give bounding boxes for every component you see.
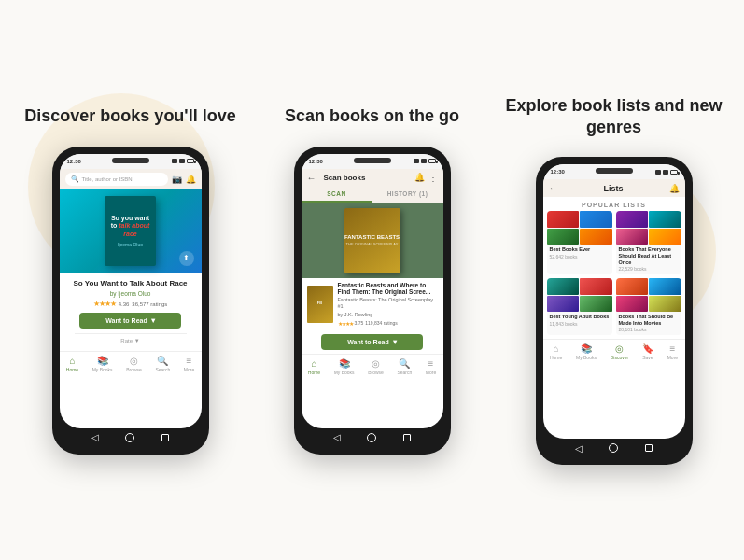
android-back-button-3[interactable]: ◁ — [573, 442, 584, 454]
nav-save-3[interactable]: 🔖 Save — [642, 343, 653, 360]
camera-icon[interactable]: 📷 — [172, 175, 182, 184]
header-icons: 📷 🔔 — [172, 175, 196, 184]
list-card-name-2: Books That Everyone Should Read At Least… — [619, 246, 679, 265]
scan-thumb-text: FB — [317, 301, 322, 305]
nav-home-2[interactable]: ⌂ Home — [308, 358, 320, 375]
list-book-thumb-3-2 — [580, 278, 612, 295]
list-card-count-1: 52,642 books — [550, 254, 610, 259]
nav-more-2[interactable]: ≡ More — [426, 358, 436, 375]
share-button[interactable]: ⬆ — [179, 251, 194, 266]
nav-browse-2[interactable]: ◎ Browse — [368, 358, 384, 375]
list-card-info-3: Best Young Adult Books 11,843 books — [547, 312, 612, 329]
android-home-button-3[interactable] — [608, 442, 619, 454]
search-bar[interactable]: 🔍 Title, author or ISBN — [65, 173, 168, 186]
nav-more[interactable]: ≡ More — [184, 356, 194, 372]
nav-home-label: Home — [66, 367, 78, 372]
nav-home-3[interactable]: ⌂ Home — [550, 343, 562, 360]
rate-label: Rate ▼ — [67, 336, 194, 345]
nav-home[interactable]: ⌂ Home — [66, 356, 78, 372]
book-title: So You Want to Talk About Race — [67, 279, 194, 288]
list-card-movies[interactable]: Books That Should Be Made Into Movies 28… — [616, 278, 681, 335]
android-recent-button-3[interactable] — [643, 442, 654, 454]
nav-discover-label-3: Discover — [611, 355, 628, 360]
nav-browse-label: Browse — [126, 367, 142, 372]
list-card-best-books[interactable]: Best Books Ever 52,642 books — [547, 211, 612, 274]
main-container: Discover books you'll love 12:30 🔍 — [0, 0, 744, 560]
list-card-ya[interactable]: Best Young Adult Books 11,843 books — [547, 278, 612, 335]
status-bar-1: 12:30 — [60, 154, 202, 169]
nav-mybooks-2[interactable]: 📚 My Books — [334, 358, 355, 375]
nav-search-label-2: Search — [397, 370, 412, 375]
android-back-button-2[interactable]: ◁ — [331, 432, 343, 443]
home-icon: ⌂ — [69, 356, 75, 366]
list-card-must-read[interactable]: Books That Everyone Should Read At Least… — [616, 211, 681, 274]
list-card-info-1: Best Books Ever 52,642 books — [547, 245, 612, 262]
nav-more-label: More — [184, 367, 194, 372]
nav-more-3[interactable]: ≡ More — [667, 343, 678, 360]
nav-mybooks-label-3: My Books — [576, 355, 597, 360]
book-rating: ★★★★ 4.36 36,577 ratings — [67, 300, 194, 308]
dropdown-arrow-scan-icon: ▾ — [393, 338, 397, 346]
bell-icon[interactable]: 🔔 — [186, 175, 196, 184]
back-arrow-icon[interactable]: ← — [307, 173, 316, 183]
back-triangle-icon: ◁ — [91, 432, 99, 442]
want-to-read-button-scan[interactable]: Want to Read ▾ — [321, 334, 423, 350]
save-icon-3: 🔖 — [642, 343, 653, 354]
feature-title-scan: Scan books on the go — [285, 105, 459, 127]
feature-title-discover: Discover books you'll love — [24, 105, 235, 127]
more-dots-icon[interactable]: ⋮ — [428, 173, 438, 183]
search-placeholder: Title, author or ISBN — [82, 176, 133, 182]
phone-screen-discover: 12:30 🔍 Title, author or ISBN 📷 — [60, 154, 202, 428]
list-book-thumb-2-4 — [649, 229, 681, 245]
list-book-thumb-3-3 — [547, 296, 580, 313]
nav-search[interactable]: 🔍 Search — [155, 356, 170, 372]
books-icon-2: 📚 — [339, 358, 350, 369]
signal-icon-2 — [414, 159, 419, 163]
android-recent-button-2[interactable] — [401, 432, 413, 443]
list-card-name-3: Best Young Adult Books — [550, 314, 610, 320]
list-book-thumb-3-1 — [547, 278, 580, 295]
battery-icon-2 — [428, 159, 436, 163]
tab-scan[interactable]: SCAN — [302, 187, 372, 203]
book-cover-discover: So you want to talk about race Ijeema Ol… — [105, 196, 156, 266]
nav-more-label-2: More — [426, 370, 436, 375]
scan-tabs: SCAN HISTORY (1) — [302, 187, 443, 203]
scan-book-series: Fantastic Beasts: The Original Screenpla… — [338, 297, 438, 310]
back-triangle-icon-2: ◁ — [333, 432, 341, 442]
status-icons-2 — [414, 159, 436, 163]
wifi-icon-3 — [663, 170, 668, 175]
list-book-thumb-4-3 — [616, 296, 649, 313]
books-icon-3: 📚 — [581, 343, 592, 354]
signal-icon — [172, 159, 177, 163]
recent-square-icon-2 — [403, 434, 411, 441]
nav-browse[interactable]: ◎ Browse — [126, 356, 142, 372]
nav-mybooks-3[interactable]: 📚 My Books — [576, 343, 597, 360]
nav-search-2[interactable]: 🔍 Search — [397, 358, 412, 375]
divider — [75, 333, 187, 334]
android-recent-button[interactable] — [160, 432, 171, 443]
bell-icon-3[interactable]: 🔔 — [669, 184, 680, 193]
android-home-button[interactable] — [124, 432, 135, 443]
nav-discover-3[interactable]: ◎ Discover — [611, 343, 628, 360]
android-home-button-2[interactable] — [366, 432, 377, 443]
dropdown-arrow-icon: ▾ — [151, 316, 155, 325]
want-to-read-label: Want to Read — [105, 317, 147, 324]
wifi-icon-2 — [421, 159, 427, 163]
feature-column-discover: Discover books you'll love 12:30 🔍 — [19, 105, 243, 454]
tab-history[interactable]: HISTORY (1) — [372, 187, 443, 203]
phone-scan: 12:30 ← Scan books 🔔 ⋮ SCAN — [294, 147, 451, 455]
home-icon-2: ⌂ — [311, 358, 316, 369]
want-to-read-button[interactable]: Want to Read ▾ — [79, 313, 181, 329]
scan-rating-count: 119,834 ratings — [365, 320, 397, 326]
home-circle-icon-3 — [609, 443, 618, 453]
phone-screen-scan: 12:30 ← Scan books 🔔 ⋮ SCAN — [302, 154, 443, 428]
android-back-button[interactable]: ◁ — [90, 432, 101, 443]
bell-icon-2[interactable]: 🔔 — [414, 173, 425, 182]
list-card-books-4 — [616, 278, 681, 312]
back-arrow-icon-3[interactable]: ← — [549, 183, 558, 193]
scan-screen-title: Scan books — [324, 174, 411, 182]
nav-mybooks[interactable]: 📚 My Books — [92, 356, 113, 372]
lists-grid: Best Books Ever 52,642 books — [543, 211, 685, 339]
search-icon: 🔍 — [71, 175, 79, 183]
list-book-thumb-1-4 — [580, 229, 612, 245]
